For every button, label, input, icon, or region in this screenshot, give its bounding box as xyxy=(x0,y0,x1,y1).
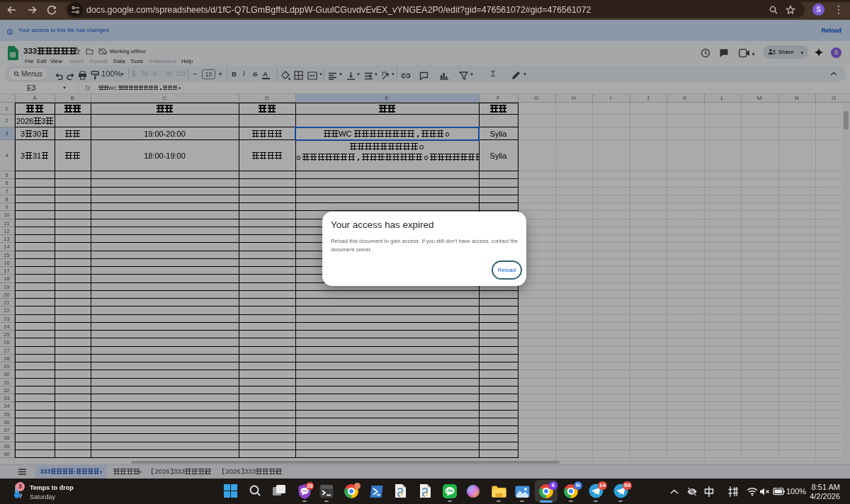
svg-text:LINE: LINE xyxy=(446,489,453,493)
